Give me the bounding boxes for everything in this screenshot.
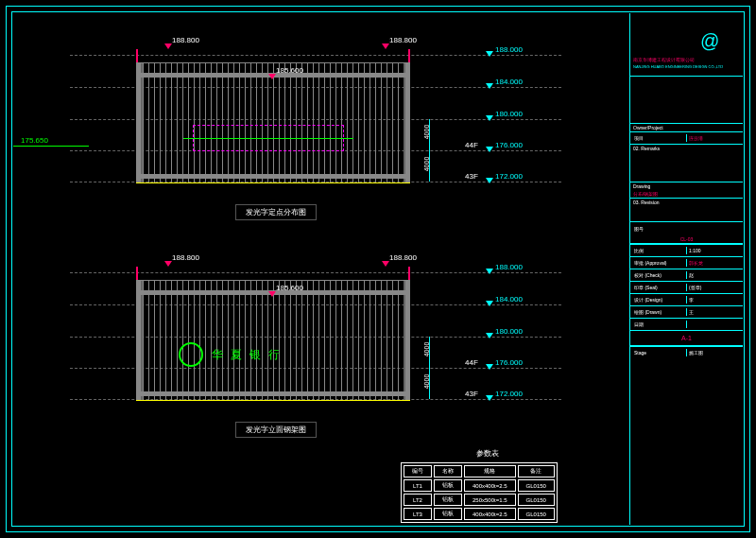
drawing-area: 188.800 188.800 185.600 175.650 188.000 … [13, 13, 627, 525]
elev2-center: 185.600 [276, 284, 303, 292]
elev1-title: 发光字定点分布图 [235, 204, 317, 220]
elev1-lvl2: 180.000 [495, 110, 523, 118]
tb-drawing: Drawing [630, 182, 743, 190]
elev2-title: 发光字立面钢架图 [235, 422, 317, 438]
pt-h3: 备注 [518, 465, 555, 477]
building-grid-2 [136, 280, 410, 401]
elev1-lvl0: 188.000 [495, 45, 523, 54]
param-table-title: 参数表 [476, 448, 499, 459]
elev1-dim1: 4000 [423, 125, 430, 140]
logo-circle [179, 342, 203, 367]
elev1-lvl4f: 43F [465, 172, 478, 181]
elev1-side-ref: 175.650 [21, 136, 48, 145]
elev2-lvl4: 172.000 [495, 390, 523, 398]
elev1-lvl4: 172.000 [495, 172, 523, 181]
elev2-top-left: 188.800 [172, 253, 199, 262]
pt-h2: 规格 [464, 465, 516, 477]
tb-dwg-no-label: 图号 [630, 222, 743, 235]
tb-remarks: 02. Remarks [630, 145, 743, 152]
elev2-lvl3f: 44F [465, 358, 478, 367]
company-name: 南京华博建工程设计有限公司 [630, 56, 743, 63]
signage-text: 华夏银行 [212, 347, 287, 363]
company-name-en: NANJING HUABO ENGINEERING DESIGN CO.,LTD [630, 63, 743, 70]
elev2-dim1: 4000 [423, 342, 430, 357]
elev1-top-left: 188.800 [172, 36, 199, 44]
elev1-center: 185.600 [276, 66, 303, 75]
elevation-2: 华夏银行 188.800 188.800 185.600 188.000 184… [70, 259, 561, 448]
elev1-top-right: 188.800 [389, 36, 417, 44]
pt-h1: 名称 [434, 465, 462, 477]
elev2-lvl2: 180.000 [495, 327, 523, 336]
elev2-dim2: 4000 [423, 374, 430, 390]
elev2-lvl0: 188.000 [495, 263, 523, 271]
elev1-lvl3: 176.000 [495, 141, 523, 149]
pt-h0: 编号 [404, 465, 432, 477]
elev1-lvl3f: 44F [465, 141, 478, 149]
company-logo-icon: @ [700, 30, 719, 52]
elev2-top-right: 188.800 [389, 253, 417, 262]
param-table: 编号 名称 规格 备注 LT1 铝板 400x400t=2.5 GL0150 L… [401, 462, 558, 523]
elev2-lvl1: 184.000 [495, 295, 523, 304]
tb-owner-label: Owner/Project [630, 124, 743, 131]
elev1-dim2: 4000 [423, 157, 430, 172]
elevation-1: 188.800 188.800 185.600 175.650 188.000 … [70, 42, 561, 231]
title-block: @ 南京华博建工程设计有限公司 NANJING HUABO ENGINEERIN… [629, 13, 743, 525]
tb-revision: 03. Revision [630, 199, 743, 206]
building-grid-1 [136, 62, 410, 183]
elev1-lvl1: 184.000 [495, 78, 523, 86]
elev2-lvl3: 176.000 [495, 358, 523, 367]
elev2-lvl4f: 43F [465, 390, 478, 398]
